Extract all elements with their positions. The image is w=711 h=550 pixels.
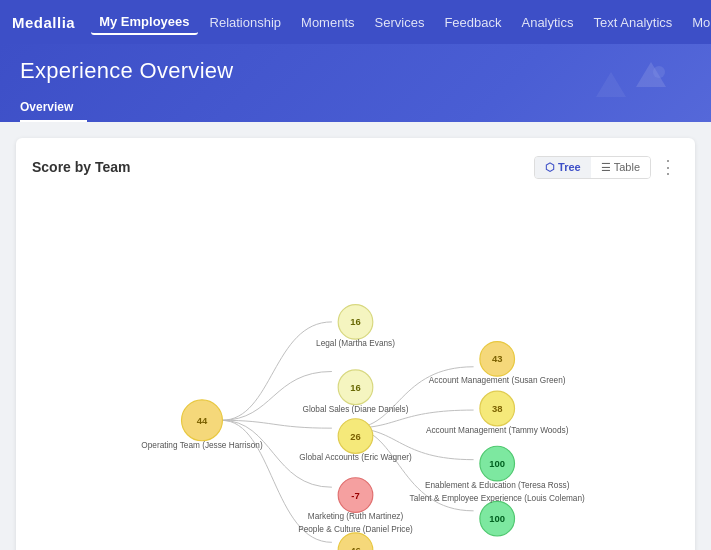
node-mid-global-accounts-label: Global Accounts (Eric Wagner) <box>299 453 412 462</box>
tree-icon: ⬡ <box>545 161 555 174</box>
navbar: Medallia My Employees Relationship Momen… <box>0 0 711 44</box>
nav-services[interactable]: Services <box>367 11 433 34</box>
node-mid-global-sales-value: 16 <box>350 382 361 393</box>
view-toggle: ⬡ Tree ☰ Table <box>534 156 651 179</box>
node-right-teresa-ross-value: 100 <box>489 458 505 469</box>
tab-overview[interactable]: Overview <box>20 94 87 122</box>
node-mid-marketing-label: Marketing (Ruth Martinez) <box>308 512 404 521</box>
nav-my-employees[interactable]: My Employees <box>91 10 197 35</box>
node-right-susan-green-value: 43 <box>492 353 502 364</box>
card-header: Score by Team ⬡ Tree ☰ Table ⋮ <box>32 154 679 180</box>
node-root-value: 44 <box>197 415 208 426</box>
nav-relationship[interactable]: Relationship <box>202 11 290 34</box>
node-right-tammy-woods-value: 38 <box>492 403 502 414</box>
tree-chart-area: 44 Operating Team (Jesse Harrison) 16 Le… <box>32 192 679 550</box>
nav-more[interactable]: More ▾ <box>684 11 711 34</box>
node-mid-global-sales-label: Global Sales (Diane Daniels) <box>303 405 409 414</box>
svg-point-2 <box>653 66 665 78</box>
score-by-team-card: Score by Team ⬡ Tree ☰ Table ⋮ <box>16 138 695 550</box>
node-mid-legal-value: 16 <box>350 316 361 327</box>
nav-moments[interactable]: Moments <box>293 11 362 34</box>
card-title: Score by Team <box>32 159 131 175</box>
main-content: Score by Team ⬡ Tree ☰ Table ⋮ <box>0 122 711 550</box>
nav-feedback[interactable]: Feedback <box>436 11 509 34</box>
card-menu-icon[interactable]: ⋮ <box>657 154 679 180</box>
tree-view-button[interactable]: ⬡ Tree <box>535 157 591 178</box>
page-header: Experience Overview Overview <box>0 44 711 122</box>
table-icon: ☰ <box>601 161 611 174</box>
node-mid-marketing-value: -7 <box>351 490 359 501</box>
node-right-louis-coleman-value: 100 <box>489 513 505 524</box>
node-root-label: Operating Team (Jesse Harrison) <box>141 441 263 450</box>
svg-marker-1 <box>596 72 626 97</box>
node-mid-legal-label: Legal (Martha Evans) <box>316 339 395 348</box>
header-decoration <box>591 52 671 112</box>
node-right-tammy-woods-label: Account Management (Tammy Woods) <box>426 426 569 435</box>
brand-logo: Medallia <box>12 14 75 31</box>
nav-text-analytics[interactable]: Text Analytics <box>586 11 681 34</box>
node-right-louis-coleman-label: Talent & Employee Experience (Louis Cole… <box>410 494 585 503</box>
card-controls: ⬡ Tree ☰ Table ⋮ <box>534 154 679 180</box>
table-view-button[interactable]: ☰ Table <box>591 157 650 178</box>
node-mid-people-culture-label: People & Culture (Daniel Price) <box>298 525 413 534</box>
nav-analytics[interactable]: Analytics <box>513 11 581 34</box>
node-mid-global-accounts-value: 26 <box>350 431 361 442</box>
node-right-teresa-ross-label: Enablement & Education (Teresa Ross) <box>425 481 570 490</box>
node-right-susan-green-label: Account Management (Susan Green) <box>429 376 566 385</box>
tree-chart-svg: 44 Operating Team (Jesse Harrison) 16 Le… <box>32 192 679 550</box>
node-mid-people-culture-value: 46 <box>350 545 361 550</box>
